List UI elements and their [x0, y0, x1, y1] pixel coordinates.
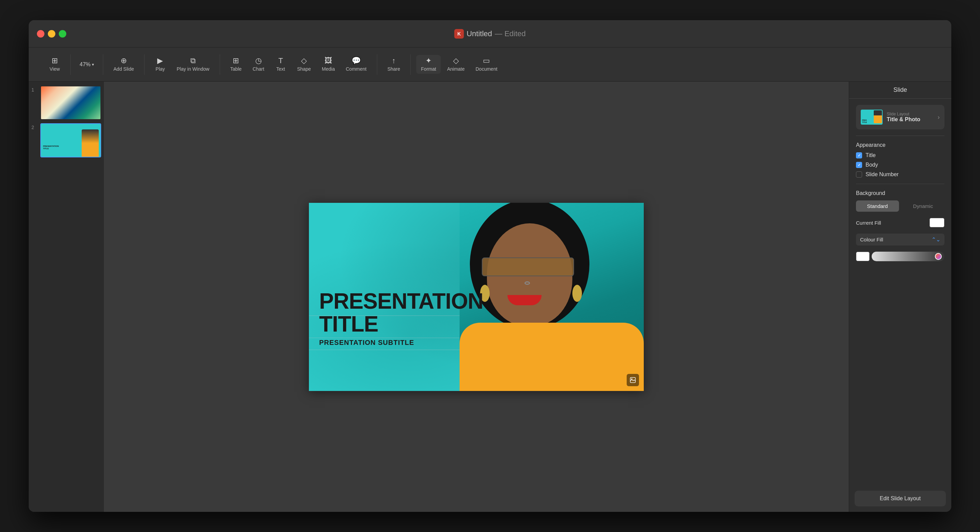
- share-label: Share: [388, 66, 400, 72]
- format-label: Format: [421, 66, 436, 72]
- background-section: Background Standard Dynamic: [856, 190, 945, 212]
- slide-thumbnail-1[interactable]: 1: [32, 86, 101, 120]
- comment-label: Comment: [346, 66, 367, 72]
- toolbar-group-play: ▶ Play ⧉ Play in Window: [145, 54, 220, 75]
- table-icon: ⊞: [233, 57, 239, 65]
- chart-button[interactable]: ◷ Chart: [248, 55, 269, 74]
- media-icon: 🖼: [325, 57, 332, 65]
- layout-card[interactable]: PRESTITLE Slide Layout Title & Photo ›: [856, 105, 945, 129]
- share-icon: ↑: [392, 57, 396, 65]
- layout-info: Slide Layout Title & Photo: [887, 112, 934, 122]
- thumb-image-1: [40, 86, 101, 120]
- traffic-lights: [37, 30, 66, 38]
- text-label: Text: [277, 66, 285, 72]
- animate-button[interactable]: ◇ Animate: [442, 55, 469, 74]
- media-button[interactable]: 🖼 Media: [317, 55, 340, 74]
- animate-icon: ◇: [453, 57, 459, 65]
- text-icon: T: [278, 57, 283, 65]
- slide-number-checkbox[interactable]: Slide Number: [856, 172, 945, 178]
- appearance-label: Appearance: [856, 142, 945, 148]
- current-fill-label: Current Fill: [856, 220, 881, 226]
- comment-button[interactable]: 💬 Comment: [341, 55, 371, 74]
- share-button[interactable]: ↑ Share: [383, 55, 405, 74]
- slide-inspector: PRESTITLE Slide Layout Title & Photo › A…: [849, 99, 951, 485]
- body-check-box: ✓: [856, 162, 862, 168]
- layout-label: Slide Layout: [887, 112, 934, 116]
- toolbar-group-insert: ⊞ Table ◷ Chart T Text ◇ Shape 🖼 Media 💬: [220, 54, 377, 75]
- colour-fill-dropdown[interactable]: Colour Fill ⌃⌄: [856, 233, 945, 246]
- zoom-value: 47%: [80, 62, 91, 68]
- play-window-label: Play in Window: [177, 66, 210, 72]
- image-replace-icon[interactable]: [627, 374, 639, 386]
- table-label: Table: [230, 66, 242, 72]
- layout-thumbnail: PRESTITLE: [861, 110, 883, 125]
- close-button[interactable]: [37, 30, 45, 38]
- gradient-thumb[interactable]: [935, 253, 942, 260]
- title-check-label: Title: [865, 152, 876, 159]
- file-title: Untitled: [466, 29, 492, 38]
- slide-subtitle[interactable]: PRESENTATION SUBTITLE: [319, 339, 511, 346]
- minimize-button[interactable]: [48, 30, 56, 38]
- toolbar-group-zoom: 47% ▾: [71, 54, 103, 75]
- layout-name: Title & Photo: [887, 116, 934, 122]
- slide-main-title[interactable]: PRESENTATION TITLE: [319, 290, 511, 336]
- body-checkbox[interactable]: ✓ Body: [856, 162, 945, 168]
- animate-label: Animate: [447, 66, 465, 72]
- check-icon-2: ✓: [858, 163, 861, 167]
- toolbar-group-inspector: ✦ Format ◇ Animate ▭ Document: [411, 54, 508, 75]
- color-gradient-row: [856, 252, 945, 261]
- slide-thumbnail-2[interactable]: 2 PRESENTATIONTITLE: [32, 123, 101, 157]
- add-slide-button[interactable]: ⊕ Add Slide: [109, 55, 139, 74]
- standard-button[interactable]: Standard: [856, 200, 899, 212]
- view-button[interactable]: ⊞ View: [45, 55, 65, 74]
- shape-label: Shape: [297, 66, 310, 72]
- toolbar-group-share: ↑ Share: [377, 54, 411, 75]
- file-status: — Edited: [495, 29, 526, 38]
- slide-number-check-label: Slide Number: [865, 172, 899, 178]
- title-bar: K Untitled — Edited: [29, 20, 951, 48]
- text-button[interactable]: T Text: [270, 55, 291, 74]
- play-label: Play: [156, 66, 165, 72]
- format-button[interactable]: ✦ Format: [416, 55, 441, 74]
- fill-row: Current Fill: [856, 218, 945, 227]
- dynamic-button[interactable]: Dynamic: [902, 200, 945, 212]
- thumb-image-2: PRESENTATIONTITLE: [40, 123, 101, 157]
- colour-fill-label: Colour Fill: [860, 237, 883, 243]
- chevron-down-icon: ›: [938, 114, 940, 121]
- title-checkbox[interactable]: ✓ Title: [856, 152, 945, 159]
- canvas-area: PRESENTATION TITLE PRESENTATION SUBTITLE: [104, 82, 849, 512]
- zoom-button[interactable]: 47% ▾: [76, 59, 97, 70]
- document-label: Document: [476, 66, 498, 72]
- format-icon: ✦: [425, 57, 431, 65]
- table-button[interactable]: ⊞ Table: [226, 55, 247, 74]
- dropdown-arrow-icon: ⌃⌄: [931, 236, 940, 243]
- play-window-icon: ⧉: [190, 57, 196, 65]
- shape-icon: ◇: [301, 57, 307, 65]
- play-button[interactable]: ▶ Play: [150, 55, 170, 74]
- background-buttons: Standard Dynamic: [856, 200, 945, 212]
- add-slide-icon: ⊕: [121, 57, 127, 65]
- add-slide-label: Add Slide: [113, 66, 134, 72]
- toolbar-group-add: ⊕ Add Slide: [103, 54, 145, 75]
- play-window-button[interactable]: ⧉ Play in Window: [172, 55, 214, 74]
- body-check-label: Body: [865, 162, 878, 168]
- slide-number-1: 1: [32, 87, 38, 92]
- view-icon: ⊞: [52, 57, 58, 65]
- gradient-slider[interactable]: [872, 252, 945, 261]
- app-window: K Untitled — Edited ⊞ View 47% ▾ ⊕ Add S…: [29, 20, 951, 512]
- gradient-white-swatch[interactable]: [856, 252, 870, 261]
- current-fill-section: Current Fill: [856, 218, 945, 227]
- view-label: View: [49, 66, 60, 72]
- toolbar: ⊞ View 47% ▾ ⊕ Add Slide ▶ Play ⧉ Play i…: [29, 48, 951, 82]
- play-icon: ▶: [157, 57, 163, 65]
- fill-swatch[interactable]: [929, 218, 945, 227]
- slide-panel: 1 2 PRESENTATIONTITLE: [29, 82, 104, 512]
- maximize-button[interactable]: [59, 30, 66, 38]
- document-button[interactable]: ▭ Document: [471, 55, 502, 74]
- chart-label: Chart: [253, 66, 264, 72]
- slide-canvas[interactable]: PRESENTATION TITLE PRESENTATION SUBTITLE: [309, 203, 644, 391]
- shape-button[interactable]: ◇ Shape: [292, 55, 315, 74]
- window-title: K Untitled — Edited: [454, 29, 525, 38]
- right-panel: Slide PRESTITLE Slide Layout Title & Pho…: [849, 82, 951, 512]
- edit-slide-layout-button[interactable]: Edit Slide Layout: [854, 491, 946, 507]
